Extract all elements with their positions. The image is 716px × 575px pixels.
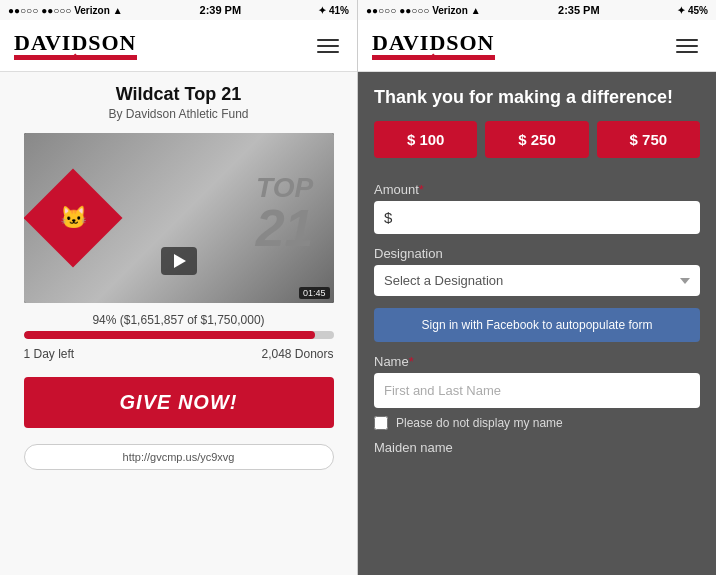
right-battery-percent: 45%: [688, 5, 708, 16]
wifi-icon: ▲: [113, 5, 123, 16]
name-input[interactable]: [374, 373, 700, 408]
left-logo: DAVIDSON: [14, 32, 137, 60]
amount-btn-100[interactable]: $ 100: [374, 121, 477, 158]
right-hamburger-line-3: [676, 51, 698, 53]
left-status-bar: ●●○○○ ●●○○○ Verizon ▲ 2:39 PM ✦ 41%: [0, 0, 357, 20]
right-panel: ●●○○○ ●●○○○ Verizon ▲ 2:35 PM ✦ 45% DAVI…: [358, 0, 716, 575]
top-number: 21: [256, 202, 314, 254]
right-header-bar: DAVIDSON: [358, 20, 716, 72]
give-now-button[interactable]: GIVE NOW!: [24, 377, 334, 428]
no-display-row: Please do not display my name: [374, 416, 700, 430]
top-word: TOP: [256, 174, 314, 202]
campaign-title: Wildcat Top 21: [116, 84, 242, 105]
amount-btn-250[interactable]: $ 250: [485, 121, 588, 158]
required-star: *: [419, 182, 424, 197]
right-hamburger-menu[interactable]: [672, 35, 702, 57]
hamburger-line-1: [317, 39, 339, 41]
progress-fill: [24, 331, 315, 339]
right-hamburger-line-2: [676, 45, 698, 47]
right-bluetooth-icon: ✦: [677, 5, 685, 16]
top21-text: TOP 21: [256, 174, 314, 254]
right-logo: DAVIDSON: [372, 32, 495, 60]
donation-header: Thank you for making a difference! $ 100…: [358, 72, 716, 170]
maiden-name-label: Maiden name: [374, 440, 700, 455]
designation-select[interactable]: Select a Designation: [374, 265, 700, 296]
left-time: 2:39 PM: [200, 4, 242, 16]
left-header: DAVIDSON: [0, 20, 357, 72]
left-content: Wildcat Top 21 By Davidson Athletic Fund…: [0, 72, 357, 575]
diamond-shape: 🐱: [24, 169, 122, 268]
carrier-name: ●●○○○ Verizon: [41, 5, 110, 16]
play-button[interactable]: [161, 247, 197, 275]
right-logo-bar: [372, 55, 495, 60]
dollar-sign: $: [384, 209, 392, 226]
right-hamburger-line-1: [676, 39, 698, 41]
logo-bar: [14, 55, 137, 60]
amount-input-wrapper[interactable]: $: [374, 201, 700, 234]
name-required-star: *: [409, 354, 414, 369]
progress-text: 94% ($1,651,857 of $1,750,000): [24, 313, 334, 327]
mascot-container: 🐱: [38, 183, 108, 253]
right-signal-icon: ●●○○○: [366, 5, 396, 16]
amount-input[interactable]: [396, 209, 690, 226]
designation-label: Designation: [374, 246, 700, 261]
amount-buttons-row: $ 100 $ 250 $ 750: [374, 121, 700, 158]
bluetooth-icon: ✦: [318, 5, 326, 16]
right-time: 2:35 PM: [558, 4, 600, 16]
left-carrier: ●●○○○ ●●○○○ Verizon ▲: [8, 5, 123, 16]
campaign-url: http://gvcmp.us/yc9xvg: [24, 444, 334, 470]
no-display-checkbox[interactable]: [374, 416, 388, 430]
signal-icon: ●●○○○: [8, 5, 38, 16]
wildcat-icon: 🐱: [59, 205, 86, 231]
video-duration: 01:45: [299, 287, 330, 299]
left-panel: ●●○○○ ●●○○○ Verizon ▲ 2:39 PM ✦ 41% DAVI…: [0, 0, 358, 575]
video-bg: 🐱 TOP 21: [24, 133, 334, 303]
battery-percent: 41%: [329, 5, 349, 16]
right-carrier: ●●○○○ ●●○○○ Verizon ▲: [366, 5, 481, 16]
hamburger-line-3: [317, 51, 339, 53]
right-battery: ✦ 45%: [677, 5, 708, 16]
right-carrier-name: ●●○○○ Verizon: [399, 5, 468, 16]
progress-bar: [24, 331, 334, 339]
video-container[interactable]: 🐱 TOP 21 01:45: [24, 133, 334, 303]
hamburger-line-2: [317, 45, 339, 47]
donation-heading: Thank you for making a difference!: [374, 86, 700, 109]
name-label: Name*: [374, 354, 700, 369]
donors-count: 2,048 Donors: [261, 347, 333, 361]
progress-meta: 1 Day left 2,048 Donors: [24, 347, 334, 361]
no-display-label: Please do not display my name: [396, 416, 563, 430]
facebook-signin-button[interactable]: Sign in with Facebook to autopopulate fo…: [374, 308, 700, 342]
form-section: Amount* $ Designation Select a Designati…: [358, 170, 716, 575]
right-status-bar: ●●○○○ ●●○○○ Verizon ▲ 2:35 PM ✦ 45%: [358, 0, 716, 20]
amount-label: Amount*: [374, 182, 700, 197]
campaign-subtitle: By Davidson Athletic Fund: [108, 107, 248, 121]
right-wifi-icon: ▲: [471, 5, 481, 16]
left-battery: ✦ 41%: [318, 5, 349, 16]
hamburger-menu[interactable]: [313, 35, 343, 57]
amount-btn-750[interactable]: $ 750: [597, 121, 700, 158]
days-left: 1 Day left: [24, 347, 75, 361]
